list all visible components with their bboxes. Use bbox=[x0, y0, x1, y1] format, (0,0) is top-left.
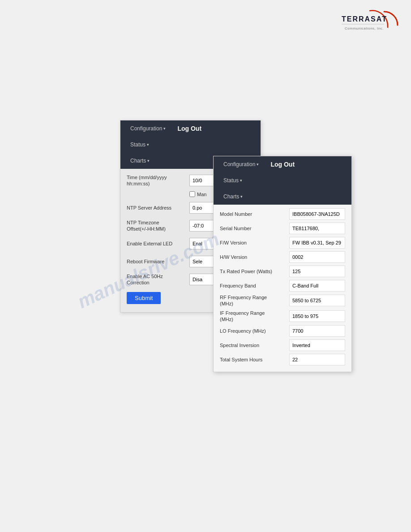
info-row-if-range: IF Frequency Range(MHz) 1850 to 975 bbox=[220, 310, 345, 323]
rf-range-label: RF Frequency Range(MHz) bbox=[220, 294, 289, 307]
spectral-value: Inverted bbox=[289, 339, 345, 351]
front-nav-charts[interactable]: Charts ▾ bbox=[219, 193, 247, 200]
serial-number-value: TE8117680, bbox=[289, 223, 345, 234]
front-navbar: Configuration ▾ Log Out Status ▾ Charts … bbox=[214, 156, 351, 205]
front-nav-logout[interactable]: Log Out bbox=[263, 161, 302, 168]
svg-text:Communications, Inc.: Communications, Inc. bbox=[345, 26, 384, 30]
reboot-label: Reboot Firmware bbox=[127, 258, 189, 265]
system-hours-value: 22 bbox=[289, 354, 345, 365]
ac-label: Enable AC 50HzCorrection bbox=[127, 273, 189, 286]
info-row-serial: Serial Number TE8117680, bbox=[220, 223, 345, 234]
ntp-timezone-label: NTP TimezoneOffset(+/-HH:MM) bbox=[127, 219, 189, 232]
back-nav-status[interactable]: Status ▾ bbox=[126, 142, 154, 148]
front-nav-configuration[interactable]: Configuration ▾ bbox=[219, 161, 263, 167]
spectral-label: Spectral Inversion bbox=[220, 342, 289, 348]
fw-version-label: F/W Version bbox=[220, 240, 289, 246]
back-nav-configuration[interactable]: Configuration ▾ bbox=[126, 125, 170, 132]
manual-checkbox[interactable] bbox=[189, 191, 195, 197]
hw-version-value: 0002 bbox=[289, 251, 345, 263]
lo-freq-value: 7700 bbox=[289, 325, 345, 337]
fw-version-value: FW IBB v0.31, Sep 29 bbox=[289, 237, 345, 249]
submit-button[interactable]: Submit bbox=[127, 292, 161, 304]
rf-range-value: 5850 to 6725 bbox=[289, 295, 345, 306]
front-status-dropdown-icon: ▾ bbox=[240, 178, 242, 183]
front-nav-status[interactable]: Status ▾ bbox=[219, 177, 247, 184]
time-label: Time (mm/dd/yyyyhh:mm:ss) bbox=[127, 174, 189, 187]
info-row-system-hours: Total System Hours 22 bbox=[220, 354, 345, 365]
front-config-dropdown-icon: ▾ bbox=[257, 162, 259, 167]
if-range-value: 1850 to 975 bbox=[289, 310, 345, 322]
serial-number-label: Serial Number bbox=[220, 225, 289, 232]
lo-freq-label: LO Frequency (MHz) bbox=[220, 328, 289, 334]
model-number-value: IBB058067-3NA125D bbox=[289, 208, 345, 220]
charts-dropdown-icon: ▾ bbox=[147, 159, 150, 163]
ntp-address-label: NTP Server Address bbox=[127, 205, 189, 211]
tx-power-value: 125 bbox=[289, 266, 345, 277]
model-number-label: Model Number bbox=[220, 211, 289, 217]
info-row-hw: H/W Version 0002 bbox=[220, 251, 345, 263]
info-row-rf-range: RF Frequency Range(MHz) 5850 to 6725 bbox=[220, 294, 345, 307]
info-row-fw: F/W Version FW IBB v0.31, Sep 29 bbox=[220, 237, 345, 249]
window-front: Configuration ▾ Log Out Status ▾ Charts … bbox=[213, 156, 352, 372]
info-row-tx-power: Tx Rated Power (Watts) 125 bbox=[220, 266, 345, 277]
info-row-lo-freq: LO Frequency (MHz) 7700 bbox=[220, 325, 345, 337]
freq-band-label: Frequency Band bbox=[220, 283, 289, 289]
logo-area: TERRASAT Communications, Inc. bbox=[339, 7, 400, 40]
front-charts-dropdown-icon: ▾ bbox=[240, 194, 243, 199]
manual-label: Man bbox=[197, 192, 206, 197]
front-info-table: Model Number IBB058067-3NA125D Serial Nu… bbox=[214, 205, 351, 372]
tx-power-label: Tx Rated Power (Watts) bbox=[220, 268, 289, 275]
freq-band-value: C-Band Full bbox=[289, 280, 345, 292]
back-nav-logout[interactable]: Log Out bbox=[170, 125, 209, 132]
info-row-spectral: Spectral Inversion Inverted bbox=[220, 339, 345, 351]
svg-text:TERRASAT: TERRASAT bbox=[342, 15, 387, 23]
led-label: Enable External LED bbox=[127, 240, 189, 247]
system-hours-label: Total System Hours bbox=[220, 356, 289, 363]
if-range-label: IF Frequency Range(MHz) bbox=[220, 310, 289, 323]
info-row-model: Model Number IBB058067-3NA125D bbox=[220, 208, 345, 220]
status-dropdown-icon: ▾ bbox=[147, 142, 149, 147]
back-nav-charts[interactable]: Charts ▾ bbox=[126, 158, 154, 164]
info-row-freq-band: Frequency Band C-Band Full bbox=[220, 280, 345, 292]
config-dropdown-icon: ▾ bbox=[163, 126, 166, 131]
hw-version-label: H/W Version bbox=[220, 254, 289, 260]
